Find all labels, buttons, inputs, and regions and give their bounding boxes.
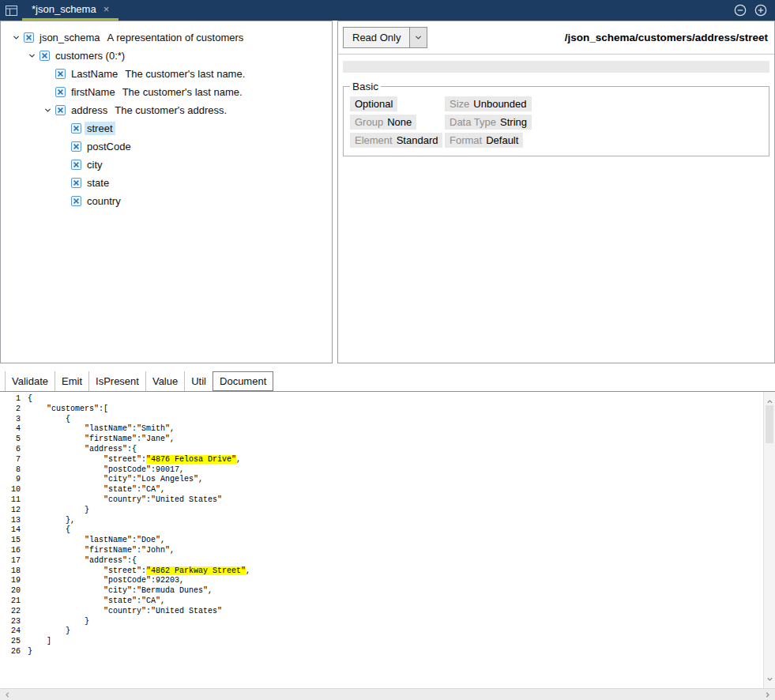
properties-grid: OptionalSizeUnboundedGroupNoneData TypeS…: [350, 96, 762, 148]
titlebar: *json_schema ×: [0, 0, 775, 21]
code-line: 10 "state":"CA",: [0, 485, 763, 495]
tree-item-postcode[interactable]: postCode: [1, 137, 332, 156]
code-line: 5 "firstName":"Jane",: [0, 435, 763, 445]
line-number: 18: [0, 566, 21, 577]
chevron-down-icon[interactable]: [9, 33, 24, 42]
code-line: 14 {: [0, 525, 763, 536]
schema-tree-panel: json_schemaA representation of customers…: [0, 21, 333, 363]
app-icon: [0, 0, 22, 21]
tree-item-address[interactable]: addressThe customer's address.: [1, 101, 332, 119]
line-content: "address":{: [28, 556, 137, 565]
code-line: 25 ]: [0, 637, 763, 647]
read-only-value: Read Only: [344, 28, 409, 47]
code-line: 19 "postCode":92203,: [0, 576, 763, 586]
tab-util[interactable]: Util: [184, 371, 213, 391]
tree-item-customers-0[interactable]: customers (0:*): [1, 47, 332, 65]
tree-item-label[interactable]: postCode: [85, 140, 134, 153]
maximize-icon[interactable]: [754, 4, 767, 17]
tree-item-label[interactable]: firstName: [69, 85, 118, 99]
property-label: Data Type: [450, 116, 496, 128]
line-number: 3: [0, 415, 21, 425]
line-content: "postCode":92203,: [28, 576, 184, 585]
scroll-right-icon[interactable]: [764, 687, 771, 700]
tab-ispresent[interactable]: IsPresent: [88, 371, 145, 391]
property-data-type: Data TypeString: [445, 115, 532, 130]
line-number: 17: [0, 556, 21, 566]
tree-item-desc: The customer's last name.: [125, 68, 245, 80]
property-label: Size: [450, 98, 469, 110]
function-tabs: ValidateEmitIsPresentValueUtilDocument: [0, 371, 775, 392]
highlighted-text: "4876 Felosa Drive": [146, 455, 236, 464]
tree-item-label[interactable]: customers (0:*): [53, 49, 127, 62]
code-line: 3 {: [0, 415, 763, 425]
document-editor: 1{2 "customers":[3 {4 "lastName":"Smith"…: [0, 392, 775, 700]
code-line: 17 "address":{: [0, 556, 763, 566]
tree-item-state[interactable]: state: [1, 174, 332, 192]
code-line: 24 }: [0, 627, 763, 637]
vertical-scrollbar[interactable]: [763, 392, 775, 688]
element-icon: [71, 141, 85, 152]
editor-tab[interactable]: *json_schema ×: [22, 0, 119, 21]
tree-item-firstname[interactable]: firstNameThe customer's last name.: [1, 83, 332, 101]
line-number: 8: [0, 465, 21, 476]
property-size: SizeUnbounded: [445, 96, 532, 111]
line-number: 15: [0, 536, 21, 546]
code-line: 7 "street":"4876 Felosa Drive",: [0, 455, 763, 465]
highlighted-text: "4862 Parkway Street": [146, 566, 246, 575]
line-content: "firstName":"Jane",: [28, 435, 175, 443]
tree-item-city[interactable]: city: [1, 156, 332, 174]
main-split: json_schemaA representation of customers…: [0, 21, 775, 363]
tree-item-label[interactable]: LastName: [69, 67, 120, 81]
element-icon: [55, 105, 69, 115]
line-content: "state":"CA",: [28, 597, 165, 605]
tab-emit[interactable]: Emit: [55, 371, 88, 391]
line-number: 10: [0, 485, 21, 495]
line-number: 11: [0, 495, 21, 506]
chevron-down-icon[interactable]: [24, 51, 40, 60]
element-icon: [55, 87, 69, 97]
line-number: 13: [0, 516, 21, 526]
element-icon: [71, 123, 85, 134]
tree-item-lastname[interactable]: LastNameThe customer's last name.: [1, 65, 332, 83]
scrollbar-thumb[interactable]: [766, 405, 773, 443]
property-value: Default: [486, 134, 518, 146]
tree-item-label[interactable]: country: [85, 194, 123, 208]
tree-item-json-schema[interactable]: json_schemaA representation of customers: [1, 28, 332, 47]
line-content: ]: [28, 637, 51, 645]
chevron-down-icon[interactable]: [40, 106, 55, 115]
tree-item-label[interactable]: city: [85, 158, 105, 171]
tab-validate[interactable]: Validate: [5, 371, 55, 391]
property-value: Unbounded: [473, 98, 526, 110]
read-only-select[interactable]: Read Only: [343, 27, 427, 48]
line-number: 4: [0, 424, 21, 435]
tree-item-country[interactable]: country: [1, 192, 332, 210]
tree-item-label[interactable]: state: [85, 176, 111, 190]
tab-value[interactable]: Value: [145, 371, 184, 391]
tree-item-label[interactable]: street: [85, 122, 115, 135]
tab-close-icon[interactable]: ×: [103, 3, 110, 15]
basic-section-title: Basic: [350, 81, 381, 92]
minimize-icon[interactable]: [734, 4, 747, 17]
horizontal-scrollbar[interactable]: [0, 688, 775, 700]
tab-document[interactable]: Document: [213, 371, 273, 391]
code-line: 22 "country":"United States": [0, 607, 763, 617]
chevron-down-icon[interactable]: [409, 28, 427, 47]
element-icon: [40, 51, 53, 61]
line-content: "lastName":"Doe",: [28, 536, 165, 544]
line-content: "city":"Bermuda Dunes",: [28, 586, 213, 595]
line-number: 14: [0, 525, 21, 536]
element-icon: [71, 160, 85, 170]
code-line: 16 "firstName":"John",: [0, 546, 763, 556]
scroll-down-icon[interactable]: [766, 672, 773, 686]
tree-item-label[interactable]: json_schema: [37, 31, 103, 44]
code-view[interactable]: 1{2 "customers":[3 {4 "lastName":"Smith"…: [0, 392, 763, 688]
tree-item-label[interactable]: address: [69, 103, 110, 117]
line-number: 7: [0, 455, 21, 465]
line-content: "address":{: [28, 445, 137, 453]
element-icon: [71, 178, 85, 188]
code-line: 8 "postCode":90017,: [0, 465, 763, 476]
line-number: 16: [0, 546, 21, 556]
property-optional: Optional: [350, 96, 397, 111]
scroll-left-icon[interactable]: [4, 687, 11, 700]
tree-item-street[interactable]: street: [1, 119, 332, 137]
